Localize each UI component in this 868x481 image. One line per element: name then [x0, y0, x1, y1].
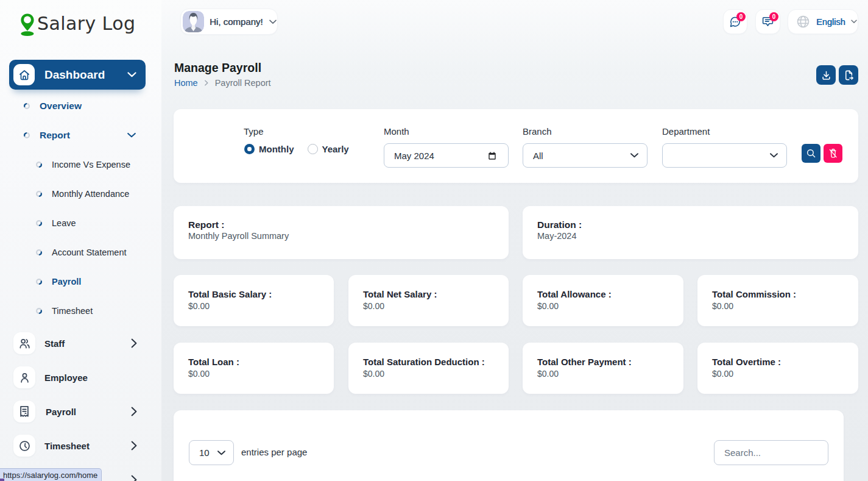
users-icon — [13, 332, 35, 354]
total-allowance-card: Total Allowance : $0.00 — [523, 275, 683, 326]
sidebar-item-account-statement[interactable]: Account Statement — [0, 244, 161, 260]
chevron-right-icon — [131, 441, 137, 451]
sidebar-item-income-vs-expense[interactable]: Income Vs Expense — [0, 157, 161, 173]
chevron-down-icon — [770, 153, 778, 158]
search-icon — [806, 148, 816, 159]
home-icon — [13, 64, 35, 85]
breadcrumb: Home Payroll Report — [174, 78, 271, 88]
total-value: $0.00 — [537, 369, 559, 379]
sidebar-item-report[interactable]: Report — [0, 127, 161, 143]
type-label: Type — [244, 126, 264, 137]
month-input[interactable]: May 2024 — [384, 143, 509, 168]
trash-slash-icon — [827, 148, 839, 159]
notifications-badge: 0 — [769, 12, 778, 21]
table-search-input[interactable] — [714, 440, 828, 465]
total-overtime-card: Total Overtime : $0.00 — [697, 343, 858, 394]
total-label: Total Basic Salary : — [188, 289, 272, 299]
sidebar-item-monthly-attendance[interactable]: Monthly Attendance — [0, 186, 161, 202]
sidebar-item-staff[interactable]: Staff — [0, 332, 161, 354]
total-label: Total Other Payment : — [537, 357, 632, 367]
type-radio-group: Monthly Yearly — [244, 144, 349, 154]
radio-yearly[interactable] — [308, 144, 318, 154]
total-value: $0.00 — [188, 369, 210, 379]
circle-notch-icon — [36, 279, 42, 285]
brand-logo[interactable]: Salary Log — [20, 13, 135, 37]
notifications-button[interactable]: 0 — [755, 9, 780, 34]
clock-icon — [13, 435, 35, 457]
apply-filter-button[interactable] — [802, 144, 820, 163]
location-pin-icon — [20, 13, 35, 37]
dashboard-label: Dashboard — [44, 68, 127, 82]
language-label: English — [816, 17, 845, 27]
total-saturation-deduction-card: Total Saturation Deduction : $0.00 — [348, 343, 509, 394]
chevron-down-icon — [630, 153, 638, 158]
total-other-payment-card: Total Other Payment : $0.00 — [523, 343, 683, 394]
circle-notch-icon — [36, 220, 42, 226]
sidebar-item-overview[interactable]: Overview — [0, 98, 161, 114]
sidebar-item-timesheet-menu[interactable]: Timesheet — [0, 435, 161, 457]
page-size-select[interactable]: 10 — [189, 440, 234, 465]
breadcrumb-current: Payroll Report — [215, 78, 271, 88]
brand-name: Salary Log — [37, 13, 135, 34]
circle-notch-icon — [36, 191, 42, 197]
circle-notch-icon — [36, 308, 42, 314]
department-label: Department — [662, 126, 710, 137]
messages-badge: 0 — [736, 12, 746, 21]
total-loan-card: Total Loan : $0.00 — [174, 343, 334, 394]
download-icon — [820, 69, 832, 81]
total-value: $0.00 — [712, 369, 733, 379]
total-label: Total Net Salary : — [363, 289, 437, 299]
sidebar-item-leave[interactable]: Leave — [0, 215, 161, 231]
download-button[interactable] — [816, 65, 836, 85]
total-label: Total Loan : — [188, 357, 239, 367]
sidebar: Salary Log Dashboard Overview Report Inc… — [0, 0, 161, 481]
duration-label: Duration : — [537, 219, 582, 230]
radio-yearly-label: Yearly — [322, 144, 349, 154]
chevron-down-icon — [851, 20, 857, 24]
circle-notch-icon — [36, 162, 42, 168]
total-label: Total Overtime : — [712, 357, 781, 367]
filter-card: Type Monthly Yearly Month May 2024 Branc… — [174, 109, 858, 183]
greeting-label: Hi, company! — [210, 16, 263, 27]
chevron-right-icon — [205, 80, 208, 86]
export-button[interactable] — [839, 65, 858, 85]
report-label: Report : — [188, 219, 224, 230]
sidebar-item-payroll-menu[interactable]: Payroll — [0, 401, 161, 422]
month-label: Month — [384, 126, 409, 137]
user-menu-button[interactable]: Hi, company! — [180, 9, 278, 35]
total-value: $0.00 — [188, 301, 210, 311]
status-url-tooltip: https://salarylog.com/home — [0, 468, 102, 481]
sidebar-item-employee[interactable]: Employee — [0, 366, 161, 388]
duration-value: May-2024 — [537, 231, 576, 241]
reset-filter-button[interactable] — [824, 144, 842, 163]
total-label: Total Saturation Deduction : — [363, 357, 485, 367]
chevron-right-icon — [131, 407, 137, 416]
report-value: Monthly Payroll Summary — [188, 231, 289, 241]
sidebar-item-timesheet[interactable]: Timesheet — [0, 303, 161, 319]
total-value: $0.00 — [537, 301, 559, 311]
department-select[interactable] — [662, 143, 787, 168]
chevron-down-icon — [127, 72, 136, 77]
language-selector[interactable]: English — [788, 9, 858, 34]
total-basic-salary-card: Total Basic Salary : $0.00 — [174, 275, 334, 326]
entries-per-page-label: entries per page — [241, 447, 307, 457]
circle-notch-icon — [24, 103, 30, 109]
circle-notch-icon — [24, 132, 30, 138]
chevron-down-icon — [217, 451, 225, 455]
page-title: Manage Payroll — [174, 61, 261, 75]
radio-monthly[interactable] — [244, 144, 255, 154]
total-label: Total Commission : — [712, 289, 796, 299]
status-url: https://salarylog.com/home — [3, 471, 97, 480]
table-card: 10 entries per page — [174, 410, 844, 481]
sidebar-item-payroll[interactable]: Payroll — [0, 274, 161, 290]
breadcrumb-home[interactable]: Home — [174, 78, 198, 88]
receipt-icon — [13, 401, 35, 422]
avatar — [183, 11, 204, 32]
chevron-down-icon — [269, 20, 277, 24]
user-icon — [13, 366, 35, 388]
messages-button[interactable]: 0 — [723, 9, 747, 34]
branch-label: Branch — [523, 126, 552, 137]
sidebar-item-dashboard[interactable]: Dashboard — [9, 60, 146, 90]
branch-select[interactable]: All — [523, 143, 647, 168]
radio-monthly-label: Monthly — [259, 144, 294, 154]
